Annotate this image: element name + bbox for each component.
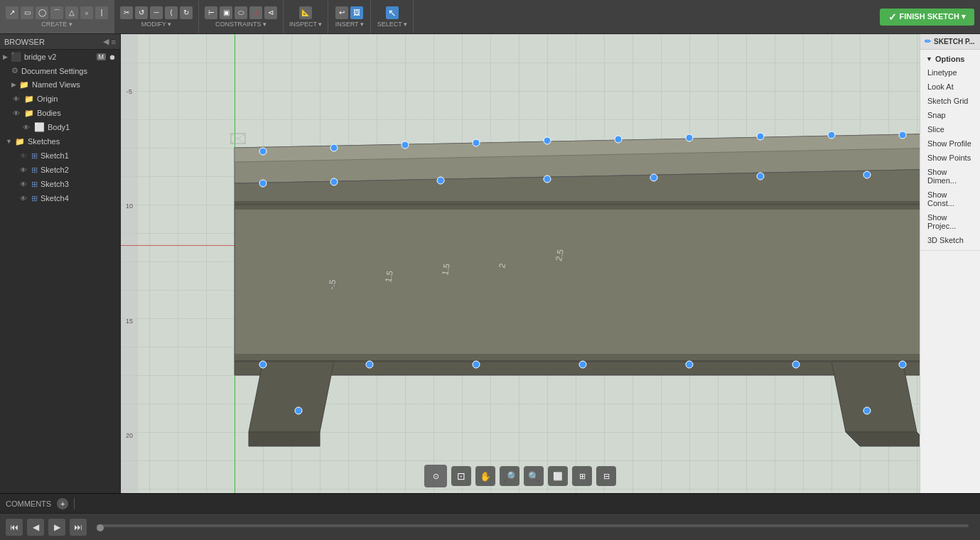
svg-point-13 [330, 144, 338, 151]
svg-point-37 [295, 407, 302, 414]
sidebar-item-document-settings[interactable]: ⚙ Document Settings [0, 64, 120, 77]
view-options-button[interactable]: ⊟ [596, 466, 616, 486]
svg-point-14 [402, 141, 409, 148]
sketch-panel-item-sketch-grid[interactable]: Sketch Grid [920, 94, 980, 108]
inspect-label: INSPECT ▾ [289, 21, 322, 28]
svg-point-16 [544, 137, 551, 144]
sketch-panel-item-show-dimensions[interactable]: Show Dimen... [920, 165, 980, 188]
chevron-icon-named: ▶ [11, 81, 16, 88]
svg-point-38 [863, 407, 871, 414]
toolbar-create[interactable]: ↗ ▭ ◯ ⌒ △ ⬦ | CREATE ▾ [0, 0, 114, 33]
record-icon: ⏺ [109, 53, 116, 61]
options-section-header[interactable]: ▼ Options [920, 53, 980, 65]
sidebar-item-sketch4[interactable]: 👁 ⊞ Sketch4 [0, 191, 120, 205]
sketch-panel-item-look-at[interactable]: Look At [920, 80, 980, 94]
timeline-skip-back-button[interactable]: ⏮ [6, 519, 23, 536]
sidebar-item-sketch2[interactable]: 👁 ⊞ Sketch2 [0, 163, 120, 177]
sidebar-item-sketches[interactable]: ▼ 📁 Sketches [0, 134, 120, 148]
browser-expand-icon[interactable]: ≡ [112, 38, 116, 46]
ruler-mark: 20 [126, 432, 133, 439]
sketch-panel-item-show-points[interactable]: Show Points [920, 151, 980, 165]
folder-icon-bodies: 📁 [24, 108, 34, 118]
svg-point-27 [757, 173, 764, 180]
toolbar-constraints[interactable]: ⊢ ▣ ⬭ ⊥ ⊲ CONSTRAINTS ▾ [199, 0, 284, 33]
named-views-label: Named Views [32, 80, 116, 89]
browser-collapse-icon[interactable]: ◀ [103, 37, 109, 46]
zoom-fit-button[interactable]: 🔍 [524, 466, 544, 486]
sketch-panel-item-3d-sketch[interactable]: 3D Sketch [920, 233, 980, 247]
svg-point-15 [473, 139, 480, 146]
ruler-mark: 15 [126, 318, 133, 325]
timeline-next-button[interactable]: ⏭ [70, 519, 87, 536]
svg-text:-.5: -.5 [326, 279, 338, 291]
toolbar-inspect[interactable]: 📐 INSPECT ▾ [284, 0, 328, 33]
sketch-panel-item-slice[interactable]: Slice [920, 122, 980, 136]
bridge-v2-label: bridge v2 [24, 53, 94, 61]
display-settings-button[interactable]: ⬜ [548, 466, 568, 486]
svg-point-22 [259, 180, 266, 187]
timeline-thumb[interactable] [97, 524, 104, 531]
sketch-icon-2: ⊞ [31, 166, 38, 175]
eye-icon-sketch1[interactable]: 👁 [18, 151, 28, 161]
finish-sketch-button[interactable]: ✓ FINISH SKETCH ▾ [880, 9, 974, 26]
eye-icon-sketch2[interactable]: 👁 [18, 165, 28, 175]
svg-point-23 [330, 178, 338, 185]
finish-sketch-icon: ✓ [888, 11, 897, 23]
timeline-bar: ⏮ ◀ ▶ ⏭ [0, 513, 980, 540]
zoom-in-button[interactable]: 🔎 [500, 466, 519, 486]
view-home-button[interactable]: ⊡ [451, 466, 471, 486]
timeline-prev-button[interactable]: ◀ [27, 519, 44, 536]
ruler-left: -5 10 15 20 [121, 34, 138, 493]
sidebar-item-named-views[interactable]: ▶ 📁 Named Views [0, 77, 120, 92]
sketch-panel-icon: ✏ [925, 37, 931, 46]
sidebar-item-origin[interactable]: 👁 📁 Origin [0, 92, 120, 106]
svg-point-26 [650, 174, 657, 181]
svg-point-34 [686, 361, 693, 368]
ruler-mark: 10 [126, 202, 133, 210]
svg-point-31 [366, 361, 373, 368]
chevron-icon: ▶ [3, 53, 8, 60]
eye-icon-origin[interactable]: 👁 [11, 94, 21, 104]
folder-icon-named: 📁 [19, 80, 29, 90]
toolbar-insert[interactable]: ↩ 🖼 INSERT ▾ [328, 0, 371, 33]
svg-point-12 [259, 148, 266, 155]
sketch-panel-item-show-profile[interactable]: Show Profile [920, 136, 980, 151]
svg-point-36 [899, 361, 906, 368]
svg-text:2.5: 2.5 [554, 248, 566, 261]
browser-title: BROWSER [4, 38, 100, 46]
sketch-panel-item-show-constraints[interactable]: Show Const... [920, 188, 980, 210]
toolbar-select[interactable]: ↖ SELECT ▾ [371, 0, 414, 33]
sketch-panel-item-linetype[interactable]: Linetype [920, 65, 980, 80]
sketch1-label: Sketch1 [41, 151, 116, 160]
eye-icon-sketch3[interactable]: 👁 [18, 179, 28, 189]
sidebar-item-body1[interactable]: 👁 ⬜ Body1 [0, 120, 120, 134]
timeline-play-button[interactable]: ▶ [48, 519, 65, 536]
svg-point-30 [259, 361, 266, 368]
viewport-controls: ⊙ ⊡ ✋ 🔎 🔍 ⬜ ⊞ ⊟ [424, 465, 616, 487]
add-comment-button[interactable]: + [57, 498, 68, 509]
eye-icon-body1[interactable]: 👁 [21, 122, 31, 132]
pan-button[interactable]: ✋ [475, 466, 495, 486]
svg-text:1.5: 1.5 [383, 269, 395, 283]
sidebar-item-bridge-v2[interactable]: ▶ ⬛ bridge v2 M ⏺ [0, 50, 120, 64]
sketch-panel-item-show-projected[interactable]: Show Projec... [920, 210, 980, 233]
grid-display-button[interactable]: ⊞ [572, 466, 592, 486]
svg-point-21 [899, 131, 906, 139]
eye-icon-sketch4[interactable]: 👁 [18, 193, 28, 203]
gear-icon: ⚙ [11, 66, 18, 75]
svg-point-32 [473, 361, 480, 368]
timeline-track[interactable] [97, 524, 969, 527]
sidebar-item-sketch3[interactable]: 👁 ⊞ Sketch3 [0, 177, 120, 191]
toolbar-modify[interactable]: ✂ ↺ ─ ⟨ ↻ MODIFY ▾ [114, 0, 199, 33]
constraints-label: CONSTRAINTS ▾ [215, 21, 266, 28]
eye-icon-bodies[interactable]: 👁 [11, 108, 21, 118]
view-cube-button[interactable]: ⊙ [424, 465, 447, 487]
sidebar-item-sketch1[interactable]: 👁 ⊞ Sketch1 [0, 148, 120, 163]
svg-point-25 [544, 176, 551, 183]
viewport[interactable]: -5 10 15 20 [121, 34, 920, 493]
sketch-panel-item-snap[interactable]: Snap [920, 108, 980, 122]
sketch-icon-4: ⊞ [31, 194, 38, 203]
ruler-mark: -5 [126, 88, 132, 95]
sketch-panel-header: ✏ SKETCH P... [920, 34, 980, 50]
sidebar-item-bodies[interactable]: 👁 📁 Bodies [0, 106, 120, 120]
